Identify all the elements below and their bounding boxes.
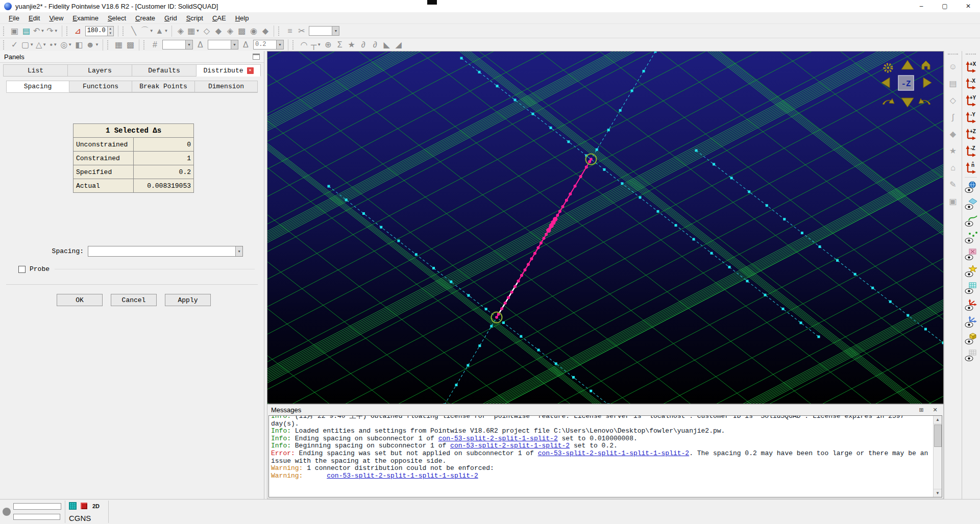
initialize-icon[interactable]: ◈ (175, 25, 186, 37)
show-domains-icon[interactable] (963, 195, 978, 212)
menu-cae[interactable]: CAE (208, 13, 231, 23)
spacing-icon[interactable]: Δ (240, 39, 252, 51)
save-icon[interactable]: ▣ (9, 25, 20, 37)
orientation-cube[interactable]: -Z (898, 76, 914, 90)
create-line-icon[interactable]: ╲ (128, 25, 140, 37)
layer-stack-icon[interactable]: ≡ (284, 25, 296, 37)
select-mask-icon[interactable]: ☺ (945, 58, 961, 75)
subtab-break-points[interactable]: Break Points (132, 81, 195, 92)
create-spline-icon[interactable]: ▲▼ (155, 25, 169, 37)
grid-wrench-icon[interactable]: ▩ (236, 25, 248, 37)
show-sources-icon[interactable] (963, 263, 978, 280)
avg-spacing-icon[interactable]: Δ (194, 39, 206, 51)
spin-down-icon[interactable]: ▼ (108, 31, 113, 36)
cae-solver-block[interactable]: 2D CGNS (65, 500, 108, 524)
select-blocks-icon[interactable]: ◆ (945, 126, 961, 142)
subtab-functions[interactable]: Functions (69, 81, 132, 92)
dropdown-arrow-icon[interactable]: ▼ (40, 29, 44, 33)
view-plusY-button[interactable]: +Y (963, 92, 978, 109)
select-database-icon[interactable]: ▤ (945, 75, 961, 92)
spacing-input[interactable] (88, 246, 235, 256)
avg-spacing-combo[interactable]: ▼ (208, 40, 238, 49)
probe-checkbox[interactable] (18, 266, 26, 273)
select-sources-icon[interactable]: ★ (945, 142, 961, 159)
undo-icon[interactable]: ↶▼ (32, 25, 45, 37)
dropdown-arrow-icon[interactable]: ▼ (276, 40, 283, 49)
nav-pan-down-icon[interactable] (901, 98, 914, 107)
structured-grid-icon[interactable]: ▦ (113, 39, 125, 51)
tri-sub-icon[interactable]: ◢ (393, 39, 404, 51)
close-button[interactable]: ✕ (957, 0, 980, 12)
domain-icon[interactable]: ◇ (201, 25, 212, 37)
tab-close-icon[interactable]: ✕ (247, 67, 254, 74)
view-minusY-button[interactable]: -Y (963, 109, 978, 126)
show-xaxes-icon[interactable] (963, 296, 978, 313)
nav-pan-right-icon[interactable] (923, 78, 932, 88)
cancel-button[interactable]: Cancel (111, 294, 157, 306)
dropdown-arrow-icon[interactable]: ▼ (185, 40, 192, 49)
dropdown-arrow-icon[interactable]: ▼ (95, 42, 99, 47)
subtab-dimension[interactable]: Dimension (195, 81, 258, 92)
dimension-combo[interactable]: ▼ (162, 40, 193, 49)
show-database-icon[interactable] (963, 179, 978, 195)
view-minusX-button[interactable]: -X (963, 75, 978, 92)
spacing-combo[interactable]: 0.2▼ (253, 40, 284, 49)
view-plusX-button[interactable]: +X (963, 58, 978, 75)
minimize-button[interactable]: – (910, 0, 933, 12)
rail-grip[interactable] (966, 54, 976, 56)
apply-button[interactable]: Apply (165, 294, 211, 306)
view-cube-icon[interactable]: ▢▼ (20, 39, 35, 51)
project-star-icon[interactable]: ★ (346, 39, 357, 51)
select-notes-icon[interactable]: ▣ (945, 193, 961, 210)
rail-grip[interactable] (948, 54, 958, 56)
pyramid-icon[interactable]: △▼ (35, 39, 47, 51)
select-domains-icon[interactable]: ◇ (945, 92, 961, 109)
nav-home-icon[interactable] (922, 61, 930, 69)
dropdown-arrow-icon[interactable]: ▼ (332, 27, 339, 35)
partial-derivative2-icon[interactable]: ∂ (369, 39, 381, 51)
show-blocks-icon[interactable] (963, 330, 978, 347)
scroll-thumb[interactable] (934, 425, 942, 447)
tri-add-icon[interactable]: ◣ (381, 39, 393, 51)
split-connector-icon[interactable]: ✂ (296, 25, 307, 37)
dropdown-arrow-icon[interactable]: ▼ (54, 29, 58, 33)
assemble-icon[interactable]: ◆ (259, 25, 271, 37)
half-shade-icon[interactable]: ◧ (73, 39, 85, 51)
menu-grid[interactable]: Grid (160, 13, 182, 23)
angle-spinner-arrows[interactable]: ▲▼ (107, 27, 113, 36)
orient-connector-icon[interactable]: ┬▼ (310, 39, 322, 51)
menu-select[interactable]: Select (103, 13, 131, 23)
menu-script[interactable]: Script (182, 13, 208, 23)
show-connectors-icon[interactable] (963, 212, 978, 229)
panel-float-icon[interactable] (253, 54, 260, 60)
nav-gear-icon[interactable] (885, 64, 892, 71)
circle-wrench-icon[interactable]: ◉ (248, 25, 259, 37)
show-yaxes-icon[interactable] (963, 313, 978, 330)
tab-defaults[interactable]: Defaults (132, 64, 197, 77)
layer-combo[interactable]: ▼ (309, 26, 339, 36)
dropdown-arrow-icon[interactable]: ▼ (53, 42, 57, 47)
show-shells-icon[interactable] (963, 246, 978, 263)
redo-icon[interactable]: ↷▼ (45, 25, 59, 37)
dropdown-arrow-icon[interactable]: ▼ (150, 29, 154, 33)
nav-pan-up-icon[interactable] (901, 60, 914, 69)
view-plusZ-button[interactable]: +Z (963, 126, 978, 142)
show-points-icon[interactable] (963, 229, 978, 246)
menu-help[interactable]: Help (231, 13, 254, 23)
ok-button[interactable]: OK (57, 294, 103, 306)
dropdown-arrow-icon[interactable]: ▼ (42, 42, 46, 47)
nav-pan-left-icon[interactable] (881, 78, 890, 88)
sum-table-icon[interactable]: Σ (334, 39, 346, 51)
spin-up-icon[interactable]: ▲ (108, 27, 113, 31)
nav-rotate-left-icon[interactable] (883, 98, 894, 105)
tab-layers[interactable]: Layers (68, 64, 132, 77)
menu-file[interactable]: File (4, 13, 24, 23)
dropdown-arrow-icon[interactable]: ▼ (195, 29, 200, 33)
messages-scrollbar[interactable]: ▲ ▼ (933, 416, 942, 497)
dropdown-arrow-icon[interactable]: ▼ (164, 29, 168, 33)
ghost-render-icon[interactable]: ☻▼ (85, 39, 100, 51)
create-curve-icon[interactable]: ⌒▼ (140, 25, 155, 37)
probe-check-icon[interactable]: ✓ (9, 39, 20, 51)
tab-distribute[interactable]: Distribute✕ (197, 64, 261, 77)
open-file-icon[interactable]: ▤ (20, 25, 32, 37)
